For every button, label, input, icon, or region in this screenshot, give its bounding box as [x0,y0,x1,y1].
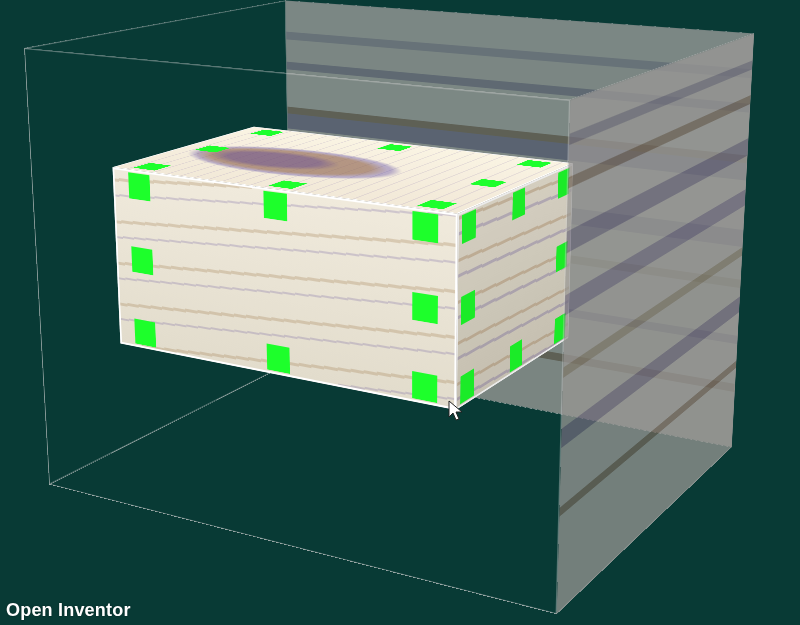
watermark: Open Inventor [6,600,131,621]
viewport-3d[interactable] [0,0,800,625]
outer-wall-front [24,48,570,614]
outer-wall-right [557,33,755,614]
